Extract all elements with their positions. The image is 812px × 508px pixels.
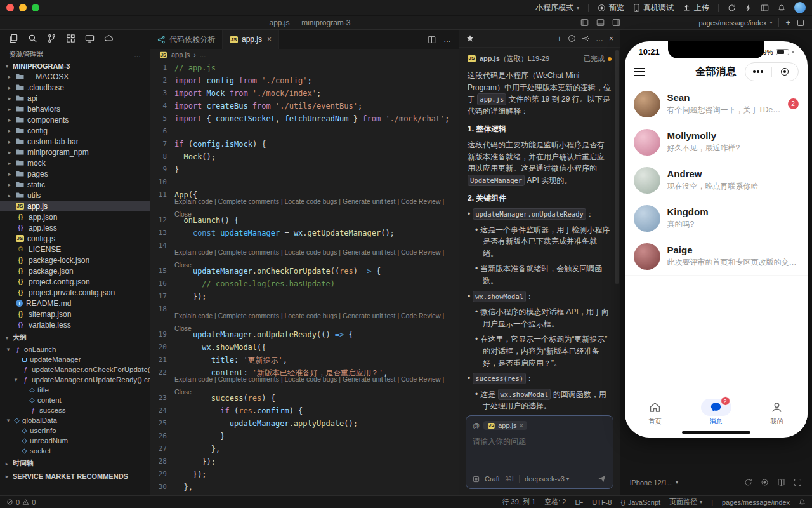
source-control-icon[interactable] [47, 34, 56, 43]
message-item[interactable]: Sean有个问题想咨询一下，关于TDesign组件...2 [625, 85, 808, 123]
add-page-icon[interactable]: + [785, 18, 790, 27]
file-tree-item[interactable]: JSapp.js [0, 201, 150, 211]
minimize-window-icon[interactable] [19, 4, 27, 11]
message-item[interactable]: Andrew现在没空，晚点再联系你哈 [625, 161, 808, 199]
toggle-secondary-sidebar-icon[interactable] [612, 18, 620, 27]
notifications-button[interactable] [778, 4, 785, 12]
more-actions-icon[interactable]: … [443, 35, 451, 44]
file-tree-item[interactable]: iREADME.md [0, 298, 150, 309]
tab-dependency-analysis[interactable]: 代码依赖分析 [150, 30, 223, 49]
problems-indicator[interactable]: 0 0 [6, 498, 36, 506]
file-tree-item[interactable]: ▸__MACOSX [0, 71, 150, 82]
craft-mode-label[interactable]: Craft [485, 475, 500, 483]
maximize-window-icon[interactable] [32, 4, 39, 11]
file-tree-item[interactable]: {}package-lock.json [0, 255, 150, 265]
message-item[interactable]: Kingdom真的吗? [625, 199, 808, 237]
language-indicator[interactable]: {} JavaScript [620, 498, 660, 506]
outline-item[interactable]: updateManager [0, 354, 150, 364]
file-tree-item[interactable]: {}app.json [0, 211, 150, 222]
file-tree-item[interactable]: ▸utils [0, 190, 150, 201]
outline-item[interactable]: userInfo [0, 425, 150, 436]
outline-item[interactable]: ƒupdateManager.onCheckForUpdate() call..… [0, 364, 150, 375]
codelens-actions[interactable]: Explain code | Complete comments | Locat… [150, 379, 459, 392]
file-tree-item[interactable]: ▸api [0, 93, 150, 104]
file-tree-item[interactable]: ▸miniprogram_npm [0, 147, 150, 157]
outline-item[interactable]: socket [0, 446, 150, 456]
toggle-panel-icon[interactable] [596, 18, 605, 27]
scrollbar-thumb[interactable] [615, 50, 619, 284]
tab-app-js[interactable]: JS app.js × [223, 30, 279, 49]
context-chip[interactable]: JS app.js × [483, 421, 527, 430]
menu-icon[interactable] [634, 68, 645, 76]
history-icon[interactable] [568, 34, 576, 43]
message-item[interactable]: Mollymolly好久不见，最近咋样? [625, 123, 808, 161]
file-tree-item[interactable]: {}project.config.json [0, 276, 150, 287]
file-tree-item[interactable]: ▸mock [0, 157, 150, 168]
file-tree-item[interactable]: ©LICENSE [0, 244, 150, 255]
codelens-actions[interactable]: Explain code | Complete comments | Locat… [150, 316, 459, 328]
message-item[interactable]: Paige此次要评审的首页和专区页改版的交互方案 [625, 237, 808, 276]
encoding-indicator[interactable]: UTF-8 [592, 498, 612, 506]
breadcrumb[interactable]: JS app.js › ... [150, 49, 459, 60]
close-window-icon[interactable] [6, 4, 14, 11]
split-editor-icon[interactable] [428, 36, 436, 44]
file-tree-item[interactable]: ▸components [0, 114, 150, 125]
eol-indicator[interactable]: LF [575, 498, 583, 506]
service-market-section-header[interactable]: ▸ SERVICE MARKET RECOMMENDS [0, 470, 150, 482]
device-select[interactable]: iPhone 12/1... ▾ [630, 479, 678, 486]
code-editor[interactable]: 1// app.js2import config from './config'… [150, 60, 459, 495]
search-icon[interactable] [28, 34, 37, 43]
screenshot-icon[interactable] [794, 478, 802, 486]
mode-menu[interactable]: 小程序模式 ▾ [535, 3, 579, 13]
page-path-mode[interactable]: 页面路径 ▾ [669, 497, 702, 507]
file-tree-item[interactable]: ▸static [0, 179, 150, 190]
page-path-select[interactable]: pages/message/index ▾ [698, 19, 772, 27]
outline-item[interactable]: ƒsuccess [0, 405, 150, 415]
close-capsule-icon[interactable] [772, 68, 798, 76]
prompt-input[interactable]: 请输入你的问题 [473, 436, 606, 447]
codelens-actions[interactable]: Explain code | Complete comments | Locat… [150, 252, 459, 265]
compile-button[interactable] [728, 4, 736, 12]
send-icon[interactable] [598, 474, 606, 483]
rotate-device-icon[interactable] [744, 478, 752, 486]
outline-item[interactable]: title [0, 385, 150, 395]
new-chat-icon[interactable]: + [557, 34, 562, 44]
close-panel-icon[interactable]: × [609, 34, 613, 43]
clear-cache-button[interactable] [745, 4, 752, 12]
code-reference-row[interactable]: JS app.js（选取）L19-29 已完成 [468, 53, 612, 64]
codelens-actions[interactable]: Explain code | Complete comments | Locat… [150, 201, 459, 214]
remove-context-icon[interactable]: × [520, 422, 523, 429]
indentation[interactable]: 空格: 2 [544, 497, 566, 507]
user-avatar[interactable] [794, 2, 806, 13]
window-layout-icon[interactable] [797, 19, 804, 27]
remote-debug-button[interactable]: 真机调试 [633, 3, 674, 13]
file-tree-item[interactable]: {}sitemap.json [0, 309, 150, 319]
more-actions-icon[interactable]: … [134, 51, 141, 58]
project-root[interactable]: ▾ MINIPROGRAM-3 [0, 61, 150, 71]
details-button[interactable] [761, 4, 769, 12]
cursor-position[interactable]: 行 39, 列 1 [502, 497, 536, 507]
file-tree-item[interactable]: ▸pages [0, 168, 150, 179]
upload-button[interactable]: 上传 [683, 3, 709, 13]
current-page-path[interactable]: pages/message/index [722, 498, 790, 506]
tabbar-item-user[interactable]: 我的 [747, 396, 808, 429]
settings-gear-icon[interactable] [582, 34, 590, 43]
outline-section-header[interactable]: ▾ 大纲 [0, 330, 150, 344]
extensions-icon[interactable] [66, 34, 75, 43]
mention-icon[interactable]: @ [473, 422, 480, 429]
outline-item[interactable]: ▾ƒupdateManager.onUpdateReady() callback [0, 375, 150, 385]
notifications-icon[interactable] [799, 498, 806, 506]
file-tree-item[interactable]: {}variable.less [0, 319, 150, 330]
file-tree-item[interactable]: {}package.json [0, 265, 150, 276]
close-tab-icon[interactable]: × [267, 35, 272, 44]
record-icon[interactable] [761, 478, 769, 486]
outline-item[interactable]: ▾globalData [0, 415, 150, 425]
cloud-icon[interactable] [104, 34, 114, 42]
file-tree-item[interactable]: ▸.cloudbase [0, 82, 150, 93]
file-tree-item[interactable]: ▸custom-tab-bar [0, 136, 150, 147]
file-tree-item[interactable]: ▸config [0, 125, 150, 136]
file-tree-item[interactable]: ▸behaviors [0, 104, 150, 114]
explorer-icon[interactable] [9, 34, 18, 43]
file-tree-item[interactable]: {}project.private.config.json [0, 287, 150, 298]
file-tree-item[interactable]: JSconfig.js [0, 233, 150, 244]
